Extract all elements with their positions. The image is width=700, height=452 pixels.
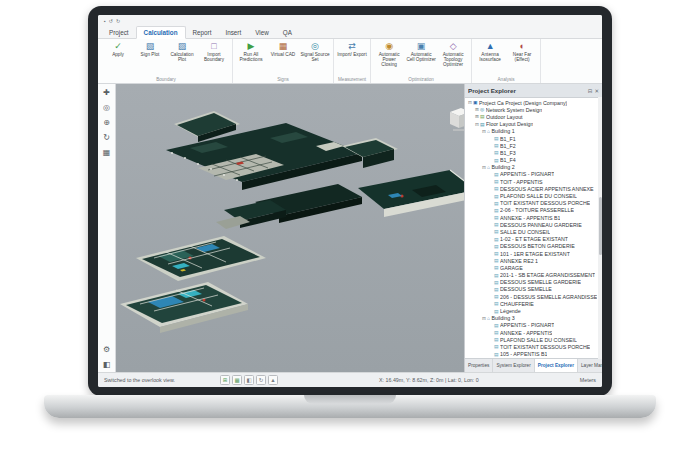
bottom-tab-project-explorer[interactable]: Project Explorer bbox=[535, 359, 578, 372]
group-label: Optimization bbox=[373, 77, 469, 83]
zoom-window-button[interactable]: ▦ bbox=[232, 375, 242, 385]
close-panel-icon[interactable]: ✕ bbox=[594, 88, 599, 94]
tree-item[interactable]: ▤TOIT EXISTANT DESSOUS PORCHE bbox=[467, 200, 597, 207]
tree-item[interactable]: ▤Légende bbox=[467, 307, 597, 314]
tree-item[interactable]: ▤ANNEXE - APPENTIS bbox=[467, 329, 597, 336]
tree-item[interactable]: ▤B1_F2 bbox=[467, 142, 597, 149]
floor-icon: ▤ bbox=[494, 286, 499, 293]
tree-item[interactable]: ▤APPENTIS - PIGNART bbox=[467, 322, 597, 329]
tree-item[interactable]: ▤2-06 - TOITURE PASSERELLE bbox=[467, 207, 597, 214]
tree-item-label: ANNEXE - APPENTIS B1 bbox=[500, 215, 560, 221]
status-message: Switched to the overlook view. bbox=[104, 377, 216, 383]
apply-icon: ✓ bbox=[114, 41, 122, 51]
bottom-tab-layer-management[interactable]: Layer Management bbox=[578, 359, 602, 372]
tree-item-label: Outdoor Layout bbox=[486, 114, 523, 120]
rotate-view-icon[interactable]: ↻ bbox=[103, 133, 110, 142]
tree-item-label: Project Ca Project (Design Company) bbox=[479, 100, 567, 106]
tree-scrollbar[interactable] bbox=[598, 97, 602, 359]
tree-item[interactable]: ⊟⌂Building 3 bbox=[467, 315, 597, 322]
tree-item-label: TOIT - APPENTIS bbox=[500, 179, 542, 185]
tree-item[interactable]: ▤ANNEXE RE2 1 bbox=[467, 257, 597, 264]
tree-item[interactable]: ▤101 - 1ER ETAGE EXISTANT bbox=[467, 250, 597, 257]
tree-item-label: DESSOUS ACIER APPENTIS ANNEXE bbox=[500, 186, 594, 192]
tree-item[interactable]: ▤DESSOUS BETON GARDERIE bbox=[467, 243, 597, 250]
tree-item[interactable]: ▤B1_F4 bbox=[467, 157, 597, 164]
antenna-isosurface-button[interactable]: ▲Antenna Isosurface bbox=[474, 40, 506, 63]
import-export-button[interactable]: ⇄Import/ Export bbox=[336, 40, 368, 58]
automatic-cell-optimizer-button[interactable]: ▣Automatic Cell Optimizer bbox=[405, 40, 437, 63]
calculation-plot-button[interactable]: ▨Calculation Plot bbox=[166, 40, 198, 63]
tree-item[interactable]: ▤ANNEXE - APPENTIS B1 bbox=[467, 214, 597, 221]
cube-view-icon[interactable]: ◧ bbox=[103, 360, 111, 369]
tree-item[interactable]: ▤PLAFOND SALLE DU CONSEIL bbox=[467, 192, 597, 199]
button-label: Automatic Cell Optimizer bbox=[406, 52, 436, 62]
scrollbar-thumb[interactable] bbox=[599, 197, 602, 255]
import-boundary-button[interactable]: □Import Boundary bbox=[198, 40, 230, 63]
ribbon-group-signs: ▶Run All Predictions▦Virtual CAD◎Signal … bbox=[233, 39, 334, 83]
tree-item[interactable]: ▤105 - APPENTIS B1 bbox=[467, 351, 597, 358]
floor-icon: ▤ bbox=[494, 322, 499, 329]
tree-item[interactable]: ⊟⌂Building 1 bbox=[467, 128, 597, 135]
tree-item-label: TOIT EXISTANT DESSOUS PORCHE bbox=[500, 200, 590, 206]
pin-panel-icon[interactable]: ⊟ bbox=[588, 88, 593, 94]
tree-item[interactable]: ▤206 - DESSUS SEMELLE AGRANDISSEMENT bbox=[467, 293, 597, 300]
apply-button[interactable]: ✓Apply bbox=[102, 40, 134, 58]
select-tool-icon[interactable]: ✚ bbox=[103, 88, 110, 97]
tree-item[interactable]: ⊟⌂Building 2 bbox=[467, 164, 597, 171]
bottom-tab-system-explorer[interactable]: System Explorer bbox=[493, 359, 534, 372]
tree-item[interactable]: ▤SALLE DU CONSEIL bbox=[467, 228, 597, 235]
3d-viewport[interactable] bbox=[116, 84, 464, 372]
redo-icon[interactable]: ↻ bbox=[116, 17, 120, 25]
undo-icon[interactable]: ↺ bbox=[109, 17, 113, 25]
sign-plot-button[interactable]: ▧Sign Plot bbox=[134, 40, 166, 58]
tree-item[interactable]: ▤APPENTIS - PIGNART bbox=[467, 171, 597, 178]
tab-project[interactable]: Project bbox=[102, 27, 136, 38]
tree-item[interactable]: ▤PLAFOND SALLE DU CONSEIL bbox=[467, 336, 597, 343]
orbit-mode-button[interactable]: ↻ bbox=[256, 375, 266, 385]
automatic-topology-optimizer-button[interactable]: ◇Automatic Topology Optimizer bbox=[437, 40, 469, 69]
virtual-cad-button[interactable]: ▦Virtual CAD bbox=[267, 40, 299, 58]
automatic-power-closing-button[interactable]: ◉Automatic Power Closing bbox=[373, 40, 405, 69]
tree-item[interactable]: ▤B1_F3 bbox=[467, 149, 597, 156]
tab-qa[interactable]: QA bbox=[276, 27, 299, 38]
tree-item[interactable]: ⊞▤Outdoor Layout bbox=[467, 113, 597, 120]
tree-item[interactable]: ▤TOIT EXISTANT DESSOUS PORCHE bbox=[467, 343, 597, 350]
tab-calculation[interactable]: Calculation bbox=[136, 26, 186, 39]
button-label: Sign Plot bbox=[141, 52, 160, 57]
tree-item[interactable]: ▤TOIT - APPENTIS bbox=[467, 178, 597, 185]
tree-item[interactable]: ▤DESSOUS SEMELLE bbox=[467, 286, 597, 293]
tree-item[interactable]: ⊟▣Project Ca Project (Design Company) bbox=[467, 99, 597, 106]
bottom-tab-properties[interactable]: Properties bbox=[465, 359, 493, 372]
tree-item[interactable]: ▤DESSOUS SEMELLE GARDERIE bbox=[467, 279, 597, 286]
tree-item-label: 105 - APPENTIS B1 bbox=[500, 351, 547, 357]
tab-insert[interactable]: Insert bbox=[218, 27, 248, 38]
laptop-mockup: ▪↺↻ ProjectCalculationReportInsertViewQA… bbox=[0, 0, 700, 452]
pan-mode-button[interactable]: ◧ bbox=[244, 375, 254, 385]
tree-item[interactable]: ▤B1_F1 bbox=[467, 135, 597, 142]
save-icon[interactable]: ▪ bbox=[104, 17, 106, 25]
floor-icon: ▤ bbox=[494, 250, 499, 257]
tree-item[interactable]: ⊟▤Floor Layout Design bbox=[467, 121, 597, 128]
tree-item[interactable]: ▤DESSOUS ACIER APPENTIS ANNEXE bbox=[467, 185, 597, 192]
zoom-tool-icon[interactable]: ⊕ bbox=[103, 118, 110, 127]
tree-item[interactable]: ▤201-1 - SB ETAGE AGRANDISSEMENT bbox=[467, 272, 597, 279]
run-all-predictions-button[interactable]: ▶Run All Predictions bbox=[235, 40, 267, 63]
orbit-tool-icon[interactable]: ◎ bbox=[103, 103, 110, 112]
tree-item[interactable]: ▤DESSOUS PANNEAU GARDERIE bbox=[467, 221, 597, 228]
tab-report[interactable]: Report bbox=[186, 27, 219, 38]
signal-source-set-button[interactable]: ◎Signal Source Set bbox=[299, 40, 331, 63]
grid-view-icon[interactable]: ▦ bbox=[103, 148, 111, 157]
tab-view[interactable]: View bbox=[248, 27, 276, 38]
fit-extents-button[interactable]: ⊞ bbox=[220, 375, 230, 385]
building-3d-model[interactable] bbox=[116, 84, 464, 372]
floor-icon: ▤ bbox=[494, 336, 499, 343]
project-explorer-panel: Project Explorer ⊟ ✕ ⊟▣Project Ca Projec… bbox=[464, 84, 602, 372]
settings-icon[interactable]: ⚙ bbox=[103, 345, 110, 354]
tree-item[interactable]: ▤1-02 - ET ETAGE EXISTANT bbox=[467, 236, 597, 243]
walk-mode-button[interactable]: ▲ bbox=[268, 375, 278, 385]
tree-item[interactable]: ⊞◎Network System Design bbox=[467, 106, 597, 113]
near-far-effect-button[interactable]: ◐Near Far (Effect) bbox=[506, 40, 538, 63]
tree-item[interactable]: ▤CHAUFFERIE bbox=[467, 300, 597, 307]
button-label: Automatic Topology Optimizer bbox=[438, 52, 468, 68]
tree-item[interactable]: ▤GARAGE bbox=[467, 264, 597, 271]
